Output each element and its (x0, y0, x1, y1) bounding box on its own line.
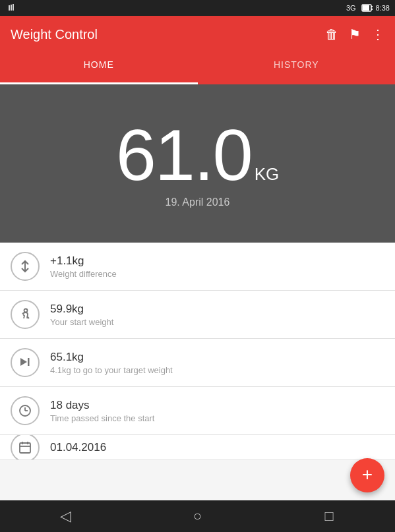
nav-home-button[interactable]: ○ (177, 500, 217, 532)
weight-main: 61.0 KG (116, 119, 280, 191)
stat-label-start: Your start weight (50, 317, 113, 327)
stat-label-target: 4.1kg to go to your target weight (50, 365, 173, 375)
stat-item-difference[interactable]: +1.1kg Weight difference (0, 243, 395, 291)
toolbar-actions: 🗑 ⚑ ⋮ (325, 26, 384, 42)
weight-display: 61.0 KG 19. April 2016 (0, 84, 395, 243)
signal-text: 3G (346, 4, 356, 12)
status-icons: 3G 8:38 (346, 4, 390, 12)
svg-rect-14 (20, 443, 30, 453)
stat-item-start[interactable]: 59.9kg Your start weight (0, 291, 395, 339)
stat-value-difference: +1.1kg (50, 254, 117, 268)
stat-value-start: 59.9kg (50, 303, 113, 316)
target-icon (11, 348, 40, 377)
difference-icon (11, 252, 40, 281)
stat-value-days: 18 days (50, 399, 154, 412)
stat-item-target[interactable]: 65.1kg 4.1kg to go to your target weight (0, 339, 395, 387)
stat-content-start: 59.9kg Your start weight (50, 303, 113, 327)
status-left (5, 3, 344, 13)
svg-rect-2 (13, 4, 14, 11)
weight-date: 19. April 2016 (166, 196, 230, 208)
stat-content-target: 65.1kg 4.1kg to go to your target weight (50, 351, 173, 375)
nav-recent-button[interactable]: □ (309, 500, 349, 532)
stats-list: +1.1kg Weight difference 59.9kg Your sta… (0, 243, 395, 460)
date-icon (11, 435, 40, 460)
tab-home[interactable]: HOME (0, 53, 198, 84)
more-icon[interactable]: ⋮ (371, 26, 384, 42)
stat-value-date: 01.04.2016 (50, 441, 106, 454)
svg-rect-10 (28, 358, 30, 366)
svg-rect-0 (9, 5, 10, 11)
status-bar: 3G 8:38 (0, 0, 395, 16)
svg-rect-4 (363, 5, 369, 11)
stat-label-difference: Weight difference (50, 269, 117, 279)
svg-marker-9 (20, 358, 27, 366)
tab-history[interactable]: HISTORY (198, 53, 396, 84)
nav-back-button[interactable]: ◁ (46, 500, 86, 532)
tab-history-label: HISTORY (274, 59, 319, 78)
toolbar: Weight Control 🗑 ⚑ ⋮ (0, 16, 395, 53)
svg-point-8 (24, 309, 28, 312)
stat-content-difference: +1.1kg Weight difference (50, 254, 117, 279)
stat-content-days: 18 days Time passed since the start (50, 399, 154, 423)
stat-item-days[interactable]: 18 days Time passed since the start (0, 387, 395, 435)
tab-home-label: HOME (84, 59, 114, 78)
fab-add-button[interactable]: + (350, 458, 384, 492)
weight-value: 61.0 (116, 119, 252, 191)
stat-value-target: 65.1kg (50, 351, 173, 364)
tab-bar: HOME HISTORY (0, 53, 395, 84)
weight-unit: KG (255, 164, 280, 185)
start-icon (11, 300, 40, 329)
nav-bar: ◁ ○ □ (0, 500, 395, 532)
stat-item-date[interactable]: 01.04.2016 (0, 435, 395, 460)
days-icon (11, 396, 40, 425)
fab-icon: + (362, 465, 373, 484)
svg-rect-1 (11, 5, 12, 11)
stat-content-date: 01.04.2016 (50, 441, 106, 454)
time-text: 8:38 (376, 4, 390, 12)
delete-icon[interactable]: 🗑 (325, 27, 338, 42)
flag-icon[interactable]: ⚑ (349, 26, 361, 42)
stat-label-days: Time passed since the start (50, 413, 154, 423)
app-title: Weight Control (11, 27, 325, 42)
